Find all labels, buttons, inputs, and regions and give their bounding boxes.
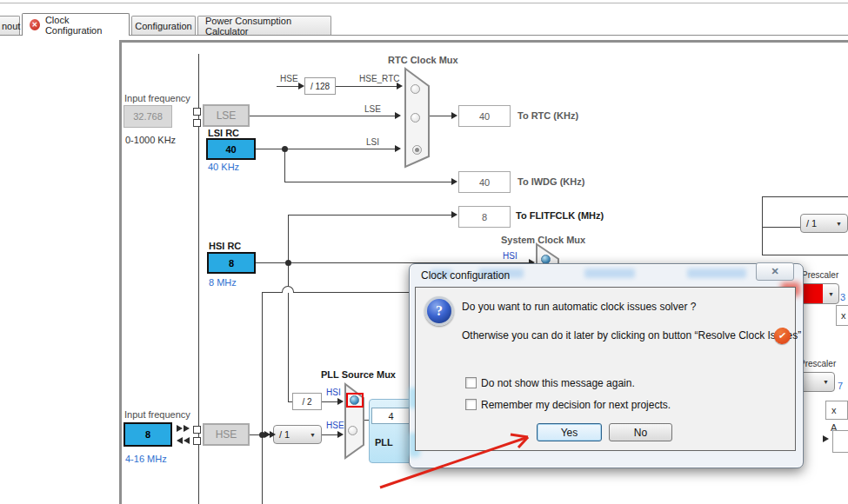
hse-input-frequency-field[interactable]: 8 bbox=[124, 422, 172, 447]
chevron-down-icon: ▼ bbox=[828, 291, 834, 297]
rtc-mux-radio-lse[interactable] bbox=[411, 113, 420, 123]
tab-configuration-label: Configuration bbox=[135, 21, 191, 31]
connector-square bbox=[193, 426, 201, 434]
wire-hop bbox=[282, 286, 294, 293]
tab-power-calculator-label: Power Consumption Calculator bbox=[205, 16, 324, 36]
arrowhead bbox=[177, 425, 183, 432]
wire bbox=[250, 116, 399, 116]
arrowhead bbox=[395, 145, 401, 152]
lse-signal-label: LSE bbox=[364, 104, 381, 114]
iwdg-freq-field[interactable]: 40 bbox=[458, 171, 511, 193]
top-border-line bbox=[0, 3, 848, 3]
lsi-frequency-field[interactable]: 40 bbox=[206, 138, 256, 160]
wire bbox=[262, 292, 282, 293]
to-flitfclk-label: To FLITFCLK (MHz) bbox=[516, 210, 604, 221]
pll-block-label: PLL bbox=[375, 437, 393, 448]
hsi-title: HSI RC bbox=[209, 241, 241, 251]
wire bbox=[762, 196, 848, 197]
remember-decision-label: Remember my decision for next projects. bbox=[481, 399, 671, 411]
prescaler-value-1: 3 bbox=[840, 292, 845, 302]
tab-power-calculator[interactable]: Power Consumption Calculator bbox=[197, 16, 331, 35]
lse-input-frequency-label: Input frequency bbox=[124, 93, 190, 103]
diagram-left-border bbox=[119, 40, 122, 504]
pll-hse-prediv-dropdown[interactable]: / 1▼ bbox=[273, 425, 322, 444]
arrowhead bbox=[184, 425, 190, 432]
dont-show-again-label: Do not show this message again. bbox=[481, 377, 635, 389]
wire bbox=[762, 227, 800, 228]
hse-oscillator-block: HSE bbox=[203, 423, 250, 446]
hse-range-label: 4-16 MHz bbox=[125, 454, 167, 464]
yes-button[interactable]: Yes bbox=[537, 423, 602, 441]
wire bbox=[294, 292, 409, 293]
wire bbox=[256, 149, 399, 149]
dialog-question-text: Do you want to run automatic clock issue… bbox=[462, 301, 696, 313]
lsi-title: LSI RC bbox=[208, 128, 239, 138]
tab-pinout-label: nout bbox=[2, 21, 20, 31]
lsi-signal-label: LSI bbox=[366, 137, 379, 147]
right-partial-field[interactable] bbox=[832, 430, 848, 453]
prescaler-label-1: Prescaler bbox=[802, 270, 838, 280]
right-prescaler-dropdown-top[interactable]: / 1▼ bbox=[800, 214, 848, 233]
rtc-mux-radio-lsi-selected[interactable] bbox=[412, 145, 422, 155]
tab-clock-configuration[interactable]: ✕ Clock Configuration bbox=[22, 13, 130, 36]
wire bbox=[284, 149, 285, 182]
wire bbox=[762, 196, 763, 255]
pll-hsi-label: HSI bbox=[326, 388, 341, 397]
connector-square bbox=[193, 108, 201, 116]
wire bbox=[284, 182, 452, 182]
rtc-mux-radio-hse-rtc[interactable] bbox=[411, 84, 420, 94]
connector-square bbox=[193, 119, 201, 127]
arrowhead bbox=[270, 431, 276, 438]
arrowhead bbox=[451, 112, 457, 119]
junction-dot bbox=[285, 260, 291, 266]
clock-configuration-screen: nout ✕ Clock Configuration Configuration… bbox=[0, 0, 848, 504]
arrowhead bbox=[395, 112, 401, 119]
arrowhead bbox=[177, 437, 183, 444]
pll-mux-radio-hsi-selected[interactable] bbox=[350, 395, 359, 405]
multiplier-box-2[interactable]: x bbox=[825, 401, 848, 420]
chevron-down-icon: ▼ bbox=[310, 432, 316, 438]
remember-decision-checkbox[interactable] bbox=[465, 399, 477, 410]
wire bbox=[262, 292, 263, 504]
lse-oscillator-block: LSE bbox=[203, 104, 250, 127]
dont-show-again-checkbox[interactable] bbox=[465, 377, 477, 388]
hse-rtc-signal-label: HSE_RTC bbox=[359, 74, 400, 83]
dialog-title: Clock configuration bbox=[421, 269, 510, 282]
lse-input-frequency-field: 32.768 bbox=[124, 105, 172, 128]
junction-dot bbox=[282, 146, 288, 152]
tab-pinout-partial[interactable]: nout bbox=[0, 16, 20, 35]
rtc-freq-field[interactable]: 40 bbox=[458, 105, 511, 127]
dialog-subtext: Otherwise you can do it later by clickin… bbox=[462, 329, 801, 342]
flitfclk-freq-field[interactable]: 8 bbox=[458, 206, 511, 228]
to-rtc-label: To RTC (KHz) bbox=[517, 110, 578, 121]
question-icon: ? bbox=[424, 296, 454, 326]
error-badge-icon: ✕ bbox=[30, 19, 40, 30]
no-button[interactable]: No bbox=[609, 423, 672, 441]
rtc-mux-title: RTC Clock Mux bbox=[388, 55, 458, 65]
hsi-frequency-field[interactable]: 8 bbox=[207, 252, 256, 274]
tab-configuration[interactable]: Configuration bbox=[131, 16, 196, 35]
hse-rtc-source-label: HSE bbox=[280, 74, 298, 83]
arrowhead bbox=[451, 211, 457, 218]
wire bbox=[277, 86, 301, 87]
arrowhead bbox=[451, 178, 457, 185]
pll-input-freq-field[interactable]: 4 bbox=[371, 408, 411, 424]
pll-mux-radio-hse[interactable] bbox=[348, 426, 357, 435]
sysmux-hsi-label: HSI bbox=[503, 251, 517, 261]
diagram-top-border bbox=[119, 40, 848, 43]
close-icon: ✕ bbox=[771, 266, 778, 277]
arrowhead bbox=[823, 435, 829, 442]
hse-input-frequency-label: Input frequency bbox=[124, 409, 190, 420]
prescaler-value-2: 7 bbox=[838, 381, 843, 391]
lse-range-label: 0-1000 KHz bbox=[125, 135, 176, 145]
multiplier-box-1[interactable]: x bbox=[836, 305, 848, 326]
pll-mux-title: PLL Source Mux bbox=[321, 369, 396, 380]
glass-reflection bbox=[584, 269, 635, 278]
arrowhead bbox=[397, 83, 403, 90]
lsi-freq-label: 40 KHz bbox=[208, 162, 239, 172]
dialog-close-button[interactable]: ✕ bbox=[756, 262, 794, 281]
chevron-down-icon: ▼ bbox=[823, 379, 829, 385]
pll-hsi-div2-box: / 2 bbox=[292, 393, 322, 410]
pll-hse-label: HSE bbox=[326, 421, 344, 430]
wire bbox=[288, 215, 452, 216]
